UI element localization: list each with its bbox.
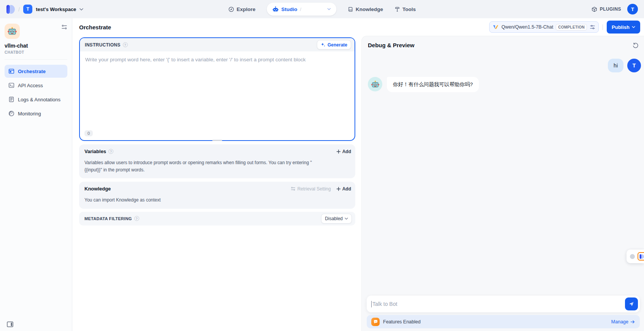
main-nav: Explore Studio / vllm-chat: [228, 0, 416, 18]
restart-conversation-icon[interactable]: [633, 43, 639, 49]
account-avatar[interactable]: T: [627, 4, 638, 14]
add-variable-button[interactable]: Add: [336, 149, 351, 154]
chevron-down-icon: [80, 8, 83, 11]
generate-button[interactable]: Generate: [317, 40, 351, 50]
model-mode-badge: COMPLETION: [556, 24, 587, 30]
assistant-message-bubble: 你好！有什么问题我可以帮助你吗?: [387, 77, 479, 92]
header-divider: [603, 24, 603, 30]
add-knowledge-button[interactable]: Add: [336, 186, 351, 192]
plugins-button[interactable]: PLUGINS: [592, 6, 621, 12]
text-caret: [371, 301, 372, 307]
chat-message-user: hi T: [368, 59, 641, 72]
knowledge-title: Knowledge: [84, 186, 111, 192]
sidebar-item-logs-annotations[interactable]: Logs & Annotations: [5, 93, 67, 106]
app-name: vllm-chat: [5, 43, 67, 49]
manage-features-link[interactable]: Manage: [611, 319, 635, 325]
nav-tools[interactable]: Tools: [394, 6, 416, 12]
sidebar-divider: [5, 59, 67, 60]
robot-icon: [272, 6, 278, 12]
features-icon: [371, 318, 380, 326]
workspace-switcher[interactable]: / T test's Workspace: [6, 5, 83, 14]
app-settings-icon[interactable]: [61, 24, 67, 30]
sidebar-item-monitoring[interactable]: Monitoring: [5, 107, 67, 120]
prompt-placeholder: Write your prompt word here, enter '{' t…: [85, 57, 306, 62]
publish-button[interactable]: Publish: [607, 21, 640, 34]
features-bar: Features Enabled Manage: [367, 315, 640, 328]
sparkle-icon: [321, 42, 326, 47]
workspace-name[interactable]: test's Workspace: [36, 6, 76, 12]
knowledge-icon: [348, 6, 353, 12]
sidebar-item-api-access[interactable]: API Access: [5, 79, 67, 92]
nav-tools-label: Tools: [402, 6, 416, 12]
workspace-avatar[interactable]: T: [23, 5, 32, 14]
retrieval-setting-icon: [291, 187, 296, 191]
dify-logo: [6, 5, 15, 14]
terminal-icon: [8, 82, 14, 88]
send-button[interactable]: [625, 297, 638, 310]
chevron-down-icon[interactable]: [327, 8, 331, 10]
app-type-badge: CHATBOT: [5, 50, 67, 54]
sidebar-item-label: Orchestrate: [18, 69, 46, 74]
sidebar-item-label: API Access: [18, 83, 43, 88]
bot-avatar: [368, 77, 382, 91]
chat-input[interactable]: [372, 301, 625, 307]
monitoring-icon: [8, 110, 14, 117]
chat-input-bar: [367, 296, 640, 312]
resize-handle[interactable]: [212, 140, 222, 141]
sidebar-item-orchestrate[interactable]: Orchestrate: [5, 65, 67, 78]
model-params-icon[interactable]: [590, 25, 595, 30]
char-count-badge: 0: [84, 130, 93, 136]
retrieval-setting-button[interactable]: Retrieval Setting: [291, 186, 331, 192]
generate-label: Generate: [328, 42, 347, 48]
nav-knowledge-label: Knowledge: [356, 6, 383, 12]
model-name: Qwen/Qwen1.5-7B-Chat: [501, 24, 553, 30]
knowledge-section: Knowledge Retrieval Setting: [79, 182, 355, 209]
page-title: Orchestrate: [79, 24, 111, 30]
model-selector[interactable]: Qwen/Qwen1.5-7B-Chat COMPLETION: [489, 21, 599, 33]
sidebar-item-label: Logs & Annotations: [18, 97, 60, 102]
floating-widget[interactable]: [627, 249, 644, 263]
orchestrate-config: INSTRUCTIONS ? Generate: [72, 36, 361, 331]
help-icon[interactable]: ?: [108, 149, 113, 154]
dify-mini-logo: [638, 252, 644, 261]
publish-label: Publish: [612, 24, 630, 30]
help-icon[interactable]: ?: [134, 216, 139, 221]
metadata-filtering-title: METADATA FILTERING: [84, 216, 132, 221]
nav-knowledge[interactable]: Knowledge: [348, 6, 383, 12]
features-label: Features Enabled: [383, 319, 421, 325]
chat-history: hi T: [362, 49, 644, 296]
orchestrate-icon: [8, 68, 14, 74]
explore-icon: [228, 6, 234, 12]
plugins-label: PLUGINS: [600, 6, 621, 12]
logs-icon: [8, 96, 14, 102]
metadata-filtering-select[interactable]: Disabled: [321, 214, 352, 224]
plugins-icon: [592, 6, 597, 12]
top-bar: / T test's Workspace Explore: [0, 0, 644, 18]
metadata-filtering-row: METADATA FILTERING ? Disabled: [79, 212, 355, 225]
sidebar-item-label: Monitoring: [18, 111, 41, 117]
prompt-editor[interactable]: Write your prompt word here, enter '{' t…: [80, 51, 355, 68]
debug-preview-title: Debug & Preview: [368, 42, 415, 48]
help-icon[interactable]: ?: [123, 42, 128, 47]
app-icon[interactable]: [5, 24, 20, 39]
debug-preview-panel: Debug & Preview hi T: [361, 36, 644, 331]
user-avatar: T: [627, 59, 641, 72]
drag-dot-icon: [630, 254, 635, 259]
knowledge-description: You can import Knowledge as context: [79, 196, 355, 209]
add-label: Add: [342, 149, 351, 154]
nav-separator: /: [300, 6, 301, 12]
instructions-panel: INSTRUCTIONS ? Generate: [79, 37, 355, 141]
vllm-logo-icon: [493, 24, 499, 30]
add-label: Add: [342, 186, 351, 192]
nav-explore[interactable]: Explore: [228, 6, 256, 12]
nav-studio-label: Studio: [281, 6, 297, 12]
collapse-sidebar-icon[interactable]: [7, 321, 13, 327]
retrieval-setting-label: Retrieval Setting: [297, 186, 331, 192]
nav-studio[interactable]: Studio / vllm-chat: [267, 3, 336, 16]
page-header: Orchestrate Qwen/Qwen1.5-7B-Chat COMPLET…: [72, 18, 644, 36]
instructions-title: INSTRUCTIONS: [85, 42, 121, 48]
metadata-filtering-value: Disabled: [325, 216, 343, 221]
breadcrumb-separator: /: [18, 6, 20, 13]
user-message-bubble: hi: [608, 59, 623, 72]
variables-description: Variables allow users to introduce promp…: [79, 158, 326, 178]
